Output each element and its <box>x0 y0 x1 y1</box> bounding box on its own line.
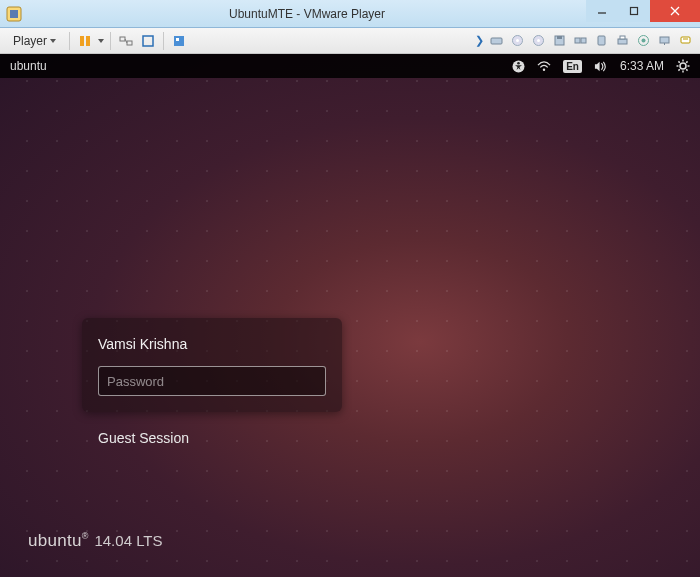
hostname-label: ubuntu <box>10 59 47 73</box>
message-icon[interactable] <box>676 32 694 50</box>
svg-rect-13 <box>176 38 179 41</box>
svg-point-27 <box>641 39 645 43</box>
cd-dvd-icon[interactable] <box>508 32 526 50</box>
usb-icon[interactable] <box>592 32 610 50</box>
svg-line-43 <box>678 69 679 70</box>
svg-point-33 <box>517 61 520 64</box>
toolbar-separator <box>163 32 164 50</box>
svg-rect-23 <box>598 36 605 45</box>
svg-rect-11 <box>143 36 153 46</box>
svg-rect-22 <box>581 38 586 43</box>
window-controls <box>586 0 700 27</box>
brand-name: ubuntu <box>28 531 82 550</box>
window-title: UbuntuMTE - VMware Player <box>28 7 586 21</box>
svg-rect-3 <box>631 8 638 15</box>
vmware-app-icon <box>6 6 22 22</box>
volume-icon[interactable] <box>594 59 608 73</box>
toolbar-separator <box>110 32 111 50</box>
accessibility-icon[interactable] <box>511 59 525 73</box>
svg-line-41 <box>686 69 687 70</box>
keyboard-language-badge[interactable]: En <box>563 60 582 73</box>
svg-line-42 <box>686 61 687 62</box>
guest-screen: ubuntu En 6:33 AM Vamsi Krishna Guest Se… <box>0 54 700 577</box>
host-window-titlebar: UbuntuMTE - VMware Player <box>0 0 700 28</box>
brand-version: 14.04 LTS <box>94 532 162 549</box>
login-panel: Vamsi Krishna <box>82 318 342 412</box>
display-icon[interactable] <box>655 32 673 50</box>
svg-rect-24 <box>618 39 627 44</box>
svg-rect-1 <box>10 10 18 18</box>
svg-point-34 <box>543 68 545 70</box>
pause-button[interactable] <box>76 32 94 50</box>
close-button[interactable] <box>650 0 700 22</box>
floppy-icon[interactable] <box>550 32 568 50</box>
vmware-toolbar: Player ❯ <box>0 28 700 54</box>
expand-devices-icon[interactable]: ❯ <box>475 34 484 47</box>
cd-dvd-icon-2[interactable] <box>529 32 547 50</box>
registered-mark: ® <box>82 531 89 541</box>
player-menu-label: Player <box>13 34 47 48</box>
svg-rect-8 <box>120 37 125 41</box>
network-icon[interactable] <box>537 59 551 73</box>
guest-session-option[interactable]: Guest Session <box>98 430 189 446</box>
hard-disk-icon[interactable] <box>487 32 505 50</box>
device-status-icons: ❯ <box>475 32 694 50</box>
system-gear-icon[interactable] <box>676 59 690 73</box>
power-dropdown-icon[interactable] <box>98 39 104 43</box>
svg-rect-30 <box>681 37 690 43</box>
svg-rect-25 <box>620 36 625 39</box>
minimize-button[interactable] <box>586 0 618 22</box>
maximize-button[interactable] <box>618 0 650 22</box>
clock[interactable]: 6:33 AM <box>620 59 664 73</box>
ubuntu-branding: ubuntu® 14.04 LTS <box>28 531 163 551</box>
svg-point-18 <box>537 39 540 42</box>
svg-rect-14 <box>491 38 502 44</box>
ubuntu-top-panel: ubuntu En 6:33 AM <box>0 54 700 78</box>
password-input[interactable] <box>98 366 326 396</box>
svg-line-40 <box>678 61 679 62</box>
network-adapter-icon[interactable] <box>571 32 589 50</box>
toolbar-separator <box>69 32 70 50</box>
svg-rect-9 <box>127 41 132 45</box>
dropdown-icon <box>50 39 56 43</box>
player-menu-button[interactable]: Player <box>6 31 63 51</box>
fullscreen-button[interactable] <box>139 32 157 50</box>
send-keys-button[interactable] <box>117 32 135 50</box>
svg-point-16 <box>516 39 519 42</box>
unity-button[interactable] <box>170 32 188 50</box>
svg-point-35 <box>680 63 686 69</box>
svg-rect-28 <box>660 37 669 43</box>
svg-rect-6 <box>80 36 84 46</box>
svg-rect-20 <box>557 36 562 39</box>
printer-icon[interactable] <box>613 32 631 50</box>
wallpaper-dots <box>0 54 700 577</box>
selected-username[interactable]: Vamsi Krishna <box>98 336 326 352</box>
svg-rect-7 <box>86 36 90 46</box>
svg-rect-21 <box>575 38 580 43</box>
sound-icon[interactable] <box>634 32 652 50</box>
